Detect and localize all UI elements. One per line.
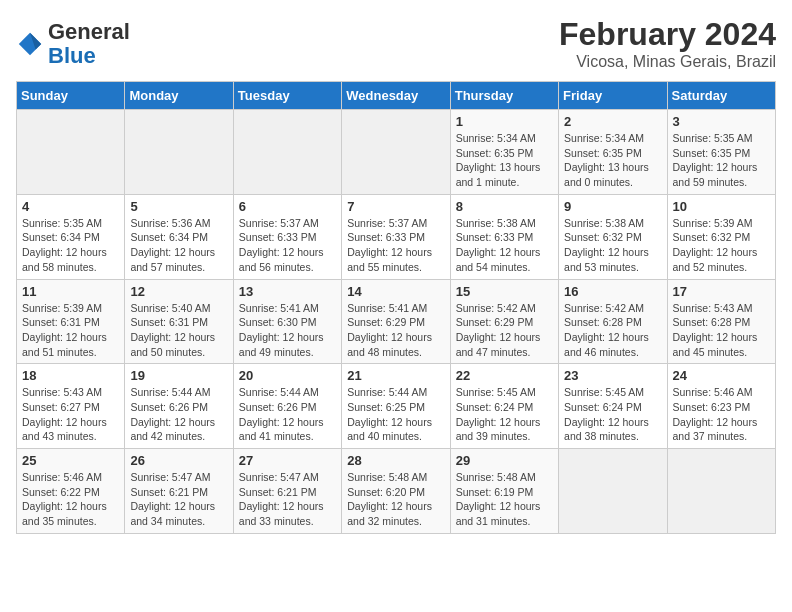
- week-row-1: 1Sunrise: 5:34 AM Sunset: 6:35 PM Daylig…: [17, 110, 776, 195]
- calendar-cell: 21Sunrise: 5:44 AM Sunset: 6:25 PM Dayli…: [342, 364, 450, 449]
- day-header-thursday: Thursday: [450, 82, 558, 110]
- calendar-cell: 6Sunrise: 5:37 AM Sunset: 6:33 PM Daylig…: [233, 194, 341, 279]
- day-info: Sunrise: 5:34 AM Sunset: 6:35 PM Dayligh…: [456, 131, 553, 190]
- calendar-cell: 24Sunrise: 5:46 AM Sunset: 6:23 PM Dayli…: [667, 364, 775, 449]
- calendar-cell: 16Sunrise: 5:42 AM Sunset: 6:28 PM Dayli…: [559, 279, 667, 364]
- day-info: Sunrise: 5:36 AM Sunset: 6:34 PM Dayligh…: [130, 216, 227, 275]
- day-header-friday: Friday: [559, 82, 667, 110]
- day-number: 8: [456, 199, 553, 214]
- day-number: 16: [564, 284, 661, 299]
- day-info: Sunrise: 5:43 AM Sunset: 6:28 PM Dayligh…: [673, 301, 770, 360]
- day-info: Sunrise: 5:41 AM Sunset: 6:30 PM Dayligh…: [239, 301, 336, 360]
- day-info: Sunrise: 5:35 AM Sunset: 6:35 PM Dayligh…: [673, 131, 770, 190]
- calendar-cell: 27Sunrise: 5:47 AM Sunset: 6:21 PM Dayli…: [233, 449, 341, 534]
- day-header-wednesday: Wednesday: [342, 82, 450, 110]
- week-row-5: 25Sunrise: 5:46 AM Sunset: 6:22 PM Dayli…: [17, 449, 776, 534]
- day-info: Sunrise: 5:37 AM Sunset: 6:33 PM Dayligh…: [239, 216, 336, 275]
- day-info: Sunrise: 5:39 AM Sunset: 6:31 PM Dayligh…: [22, 301, 119, 360]
- day-info: Sunrise: 5:35 AM Sunset: 6:34 PM Dayligh…: [22, 216, 119, 275]
- day-number: 25: [22, 453, 119, 468]
- day-header-tuesday: Tuesday: [233, 82, 341, 110]
- calendar-cell: 4Sunrise: 5:35 AM Sunset: 6:34 PM Daylig…: [17, 194, 125, 279]
- day-number: 7: [347, 199, 444, 214]
- calendar-cell: 23Sunrise: 5:45 AM Sunset: 6:24 PM Dayli…: [559, 364, 667, 449]
- day-number: 2: [564, 114, 661, 129]
- day-info: Sunrise: 5:34 AM Sunset: 6:35 PM Dayligh…: [564, 131, 661, 190]
- day-number: 9: [564, 199, 661, 214]
- day-info: Sunrise: 5:45 AM Sunset: 6:24 PM Dayligh…: [564, 385, 661, 444]
- day-number: 12: [130, 284, 227, 299]
- calendar-subtitle: Vicosa, Minas Gerais, Brazil: [559, 53, 776, 71]
- day-info: Sunrise: 5:48 AM Sunset: 6:19 PM Dayligh…: [456, 470, 553, 529]
- day-number: 28: [347, 453, 444, 468]
- day-header-monday: Monday: [125, 82, 233, 110]
- calendar-cell: 25Sunrise: 5:46 AM Sunset: 6:22 PM Dayli…: [17, 449, 125, 534]
- day-info: Sunrise: 5:42 AM Sunset: 6:29 PM Dayligh…: [456, 301, 553, 360]
- day-number: 17: [673, 284, 770, 299]
- day-info: Sunrise: 5:38 AM Sunset: 6:32 PM Dayligh…: [564, 216, 661, 275]
- day-number: 1: [456, 114, 553, 129]
- day-header-saturday: Saturday: [667, 82, 775, 110]
- day-number: 5: [130, 199, 227, 214]
- day-number: 13: [239, 284, 336, 299]
- day-info: Sunrise: 5:41 AM Sunset: 6:29 PM Dayligh…: [347, 301, 444, 360]
- day-number: 20: [239, 368, 336, 383]
- day-info: Sunrise: 5:47 AM Sunset: 6:21 PM Dayligh…: [239, 470, 336, 529]
- calendar-cell: 22Sunrise: 5:45 AM Sunset: 6:24 PM Dayli…: [450, 364, 558, 449]
- calendar-cell: 13Sunrise: 5:41 AM Sunset: 6:30 PM Dayli…: [233, 279, 341, 364]
- days-header-row: SundayMondayTuesdayWednesdayThursdayFrid…: [17, 82, 776, 110]
- calendar-cell: 18Sunrise: 5:43 AM Sunset: 6:27 PM Dayli…: [17, 364, 125, 449]
- day-number: 23: [564, 368, 661, 383]
- day-info: Sunrise: 5:46 AM Sunset: 6:23 PM Dayligh…: [673, 385, 770, 444]
- calendar-cell: 7Sunrise: 5:37 AM Sunset: 6:33 PM Daylig…: [342, 194, 450, 279]
- calendar-cell: 2Sunrise: 5:34 AM Sunset: 6:35 PM Daylig…: [559, 110, 667, 195]
- day-info: Sunrise: 5:42 AM Sunset: 6:28 PM Dayligh…: [564, 301, 661, 360]
- title-block: February 2024 Vicosa, Minas Gerais, Braz…: [559, 16, 776, 71]
- calendar-cell: [667, 449, 775, 534]
- day-info: Sunrise: 5:47 AM Sunset: 6:21 PM Dayligh…: [130, 470, 227, 529]
- day-number: 19: [130, 368, 227, 383]
- day-info: Sunrise: 5:39 AM Sunset: 6:32 PM Dayligh…: [673, 216, 770, 275]
- calendar-cell: 5Sunrise: 5:36 AM Sunset: 6:34 PM Daylig…: [125, 194, 233, 279]
- day-info: Sunrise: 5:37 AM Sunset: 6:33 PM Dayligh…: [347, 216, 444, 275]
- calendar-cell: 20Sunrise: 5:44 AM Sunset: 6:26 PM Dayli…: [233, 364, 341, 449]
- logo-icon: [16, 30, 44, 58]
- calendar-cell: 17Sunrise: 5:43 AM Sunset: 6:28 PM Dayli…: [667, 279, 775, 364]
- calendar-cell: [233, 110, 341, 195]
- calendar-cell: 14Sunrise: 5:41 AM Sunset: 6:29 PM Dayli…: [342, 279, 450, 364]
- calendar-cell: [125, 110, 233, 195]
- day-info: Sunrise: 5:46 AM Sunset: 6:22 PM Dayligh…: [22, 470, 119, 529]
- day-header-sunday: Sunday: [17, 82, 125, 110]
- logo-text-line1: General: [48, 20, 130, 44]
- day-info: Sunrise: 5:48 AM Sunset: 6:20 PM Dayligh…: [347, 470, 444, 529]
- day-info: Sunrise: 5:44 AM Sunset: 6:25 PM Dayligh…: [347, 385, 444, 444]
- day-number: 3: [673, 114, 770, 129]
- header: General Blue February 2024 Vicosa, Minas…: [16, 16, 776, 71]
- calendar-cell: 10Sunrise: 5:39 AM Sunset: 6:32 PM Dayli…: [667, 194, 775, 279]
- calendar-cell: 12Sunrise: 5:40 AM Sunset: 6:31 PM Dayli…: [125, 279, 233, 364]
- week-row-3: 11Sunrise: 5:39 AM Sunset: 6:31 PM Dayli…: [17, 279, 776, 364]
- day-number: 22: [456, 368, 553, 383]
- logo: General Blue: [16, 20, 130, 68]
- calendar-cell: 29Sunrise: 5:48 AM Sunset: 6:19 PM Dayli…: [450, 449, 558, 534]
- day-number: 4: [22, 199, 119, 214]
- calendar-cell: 19Sunrise: 5:44 AM Sunset: 6:26 PM Dayli…: [125, 364, 233, 449]
- week-row-2: 4Sunrise: 5:35 AM Sunset: 6:34 PM Daylig…: [17, 194, 776, 279]
- day-number: 10: [673, 199, 770, 214]
- day-number: 29: [456, 453, 553, 468]
- calendar-cell: [17, 110, 125, 195]
- calendar-cell: 9Sunrise: 5:38 AM Sunset: 6:32 PM Daylig…: [559, 194, 667, 279]
- day-info: Sunrise: 5:44 AM Sunset: 6:26 PM Dayligh…: [130, 385, 227, 444]
- calendar-cell: 1Sunrise: 5:34 AM Sunset: 6:35 PM Daylig…: [450, 110, 558, 195]
- day-number: 24: [673, 368, 770, 383]
- day-info: Sunrise: 5:45 AM Sunset: 6:24 PM Dayligh…: [456, 385, 553, 444]
- calendar-cell: 28Sunrise: 5:48 AM Sunset: 6:20 PM Dayli…: [342, 449, 450, 534]
- day-info: Sunrise: 5:38 AM Sunset: 6:33 PM Dayligh…: [456, 216, 553, 275]
- day-number: 21: [347, 368, 444, 383]
- calendar-title: February 2024: [559, 16, 776, 53]
- day-number: 27: [239, 453, 336, 468]
- day-number: 14: [347, 284, 444, 299]
- day-number: 11: [22, 284, 119, 299]
- calendar-cell: 15Sunrise: 5:42 AM Sunset: 6:29 PM Dayli…: [450, 279, 558, 364]
- day-info: Sunrise: 5:40 AM Sunset: 6:31 PM Dayligh…: [130, 301, 227, 360]
